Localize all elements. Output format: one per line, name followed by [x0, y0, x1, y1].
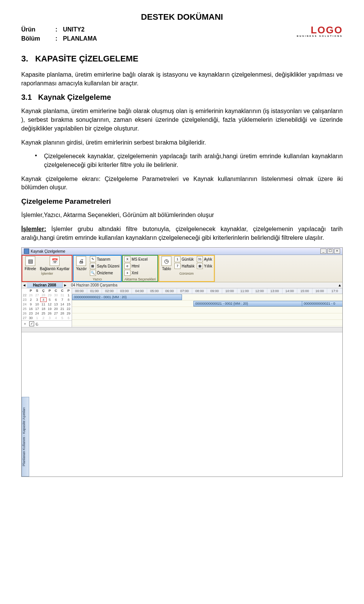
cal-day-cell[interactable]: 12	[47, 302, 53, 307]
window-title: Kaynak Çizelgeleme	[31, 249, 65, 253]
filtrele-button[interactable]: ▤ Filtrele	[24, 256, 37, 271]
window-titlebar: Kaynak Çizelgeleme _ ☐ ×	[22, 248, 342, 255]
cal-day-cell[interactable]: 25	[22, 307, 28, 311]
cal-day-cell[interactable]: 9	[28, 302, 34, 307]
html-button[interactable]: eHtml	[124, 263, 147, 269]
yillik-label: Yıllık	[204, 264, 212, 268]
gantt-bar-2[interactable]: 00000000000021 - 0002 (MM : 20)	[193, 301, 303, 307]
cal-day-cell[interactable]: 6	[65, 316, 72, 320]
next-month-button[interactable]: ►	[63, 283, 68, 287]
gantt-bar-1[interactable]: 00000000000022 - 0001 (MM : 20)	[72, 294, 182, 300]
week-icon: 7	[174, 263, 180, 269]
cal-day-cell[interactable]: 18	[40, 307, 47, 311]
cal-day-cell[interactable]: 6	[53, 297, 59, 302]
cal-day-cell[interactable]: 2	[40, 316, 47, 320]
cal-day-cell[interactable]: 30	[28, 316, 34, 320]
cal-row: 2730123456	[22, 316, 72, 320]
gunluk-button[interactable]: 1Günlük	[174, 256, 195, 262]
cal-day-cell[interactable]: 28	[59, 311, 66, 316]
cal-day-cell[interactable]: 10	[34, 302, 41, 307]
yillik-button[interactable]: ▦Yıllık	[197, 263, 212, 269]
filtrele-label: Filtrele	[25, 267, 36, 271]
tablo-button[interactable]: ◷ Tablo	[161, 256, 172, 271]
cal-day-cell[interactable]: 17	[34, 307, 41, 311]
maximize-button[interactable]: ☐	[327, 249, 333, 254]
expand-button[interactable]: +	[22, 322, 28, 326]
ribbon: ▤ Filtrele 📅 Bağlantılı Kayıtlar İşlemle…	[22, 255, 342, 282]
cal-day-cell[interactable]: 3	[34, 297, 41, 302]
cal-row: 2623242526272829	[22, 311, 72, 316]
onizleme-button[interactable]: 🔍Önizleme	[90, 270, 119, 276]
cal-day-cell[interactable]: 26	[28, 293, 34, 297]
excel-button[interactable]: XMS Excel	[124, 256, 147, 262]
cal-day-cell[interactable]: 14	[59, 302, 66, 307]
xml-label: Xml	[132, 271, 138, 275]
cal-day-cell[interactable]: 24	[22, 302, 28, 307]
sayfa-label: Sayfa Düzeni	[97, 264, 119, 268]
mini-calendar[interactable]: PSÇPCCP 22262728293031123234567824910111…	[22, 288, 72, 327]
cal-day-cell[interactable]: 19	[47, 307, 53, 311]
cal-header-cell: P	[65, 288, 72, 293]
cal-day-cell[interactable]: 25	[40, 311, 47, 316]
cal-day-cell[interactable]: 22	[65, 307, 72, 311]
filter-icon: ▤	[25, 256, 35, 266]
cal-day-cell[interactable]: 30	[53, 293, 59, 297]
side-tab[interactable]: Planlanan Kullanım - Kapasite Aşımları	[22, 397, 29, 477]
cal-day-cell[interactable]: 2	[28, 297, 34, 302]
tasarim-button[interactable]: ✎Tasarım	[90, 256, 119, 262]
cal-day-cell[interactable]: 22	[22, 293, 28, 297]
cal-day-cell[interactable]: 29	[65, 311, 72, 316]
cal-day-cell[interactable]: 5	[59, 316, 66, 320]
cal-day-cell[interactable]: 3	[47, 316, 53, 320]
cal-day-cell[interactable]: 26	[47, 311, 53, 316]
cal-day-cell[interactable]: 28	[40, 293, 47, 297]
cal-day-cell[interactable]: 4	[40, 297, 47, 302]
sayfa-duzeni-button[interactable]: ▦Sayfa Düzeni	[90, 263, 119, 269]
gunluk-label: Günlük	[182, 257, 194, 261]
yazdir-button[interactable]: 🖨 Yazdır	[75, 256, 87, 271]
cal-day-cell[interactable]: 13	[53, 302, 59, 307]
month-label: Haziran 2008	[27, 282, 63, 288]
cal-day-cell[interactable]: 8	[65, 297, 72, 302]
cal-day-cell[interactable]: 23	[28, 311, 34, 316]
cal-day-cell[interactable]: 7	[59, 297, 66, 302]
cal-day-cell[interactable]: 24	[34, 311, 41, 316]
gantt-area[interactable]: 00:0001:0002:0003:0004:0005:0006:0007:00…	[72, 288, 342, 327]
horizontal-scrollbar[interactable]	[22, 327, 342, 332]
gantt-bar-3[interactable]: 00000000000021 - 0	[302, 301, 342, 307]
cal-day-cell[interactable]: 5	[47, 297, 53, 302]
cal-day-cell[interactable]: 20	[53, 307, 59, 311]
para6-rest: İşlemler grubu altındaki filtre butonuyl…	[21, 226, 343, 241]
cal-day-cell[interactable]: 21	[59, 307, 66, 311]
cal-day-cell[interactable]: 23	[22, 297, 28, 302]
cal-day-cell[interactable]: 31	[59, 293, 66, 297]
cal-day-cell[interactable]: 27	[34, 293, 41, 297]
cal-day-cell[interactable]: 15	[65, 302, 72, 307]
aylik-button[interactable]: 31Aylık	[197, 256, 212, 262]
gantt-row	[72, 320, 342, 326]
baglantili-button[interactable]: 📅 Bağlantılı Kayıtlar	[39, 256, 70, 271]
cal-day-cell[interactable]: 27	[22, 316, 28, 320]
xml-button[interactable]: xXml	[124, 270, 147, 276]
calendar-icon: 📅	[50, 256, 60, 266]
haftalik-button[interactable]: 7Haftalık	[174, 263, 195, 269]
cal-day-cell[interactable]: 26	[22, 311, 28, 316]
scroll-up-button[interactable]: ▲	[337, 283, 342, 287]
screenshot-body: PSÇPCCP 22262728293031123234567824910111…	[22, 288, 342, 327]
day-icon: 1	[174, 256, 180, 262]
cal-day-cell[interactable]: 1	[65, 293, 72, 297]
haftalik-label: Haftalık	[182, 264, 195, 268]
cal-day-cell[interactable]: 27	[53, 311, 59, 316]
cal-day-cell[interactable]: 16	[28, 307, 34, 311]
gantt-row	[72, 307, 342, 313]
cal-day-cell[interactable]: 1	[34, 316, 41, 320]
close-button[interactable]: ×	[334, 249, 340, 254]
cal-row: 249101112131415	[22, 302, 72, 307]
minimize-button[interactable]: _	[320, 249, 326, 254]
cal-day-cell[interactable]: 29	[47, 293, 53, 297]
cal-checkbox[interactable]: ✓	[29, 321, 34, 326]
bottom-pane: Planlanan Kullanım - Kapasite Aşımları	[22, 332, 342, 477]
prev-month-button[interactable]: ◄	[22, 283, 27, 287]
cal-day-cell[interactable]: 4	[53, 316, 59, 320]
cal-day-cell[interactable]: 11	[40, 302, 47, 307]
